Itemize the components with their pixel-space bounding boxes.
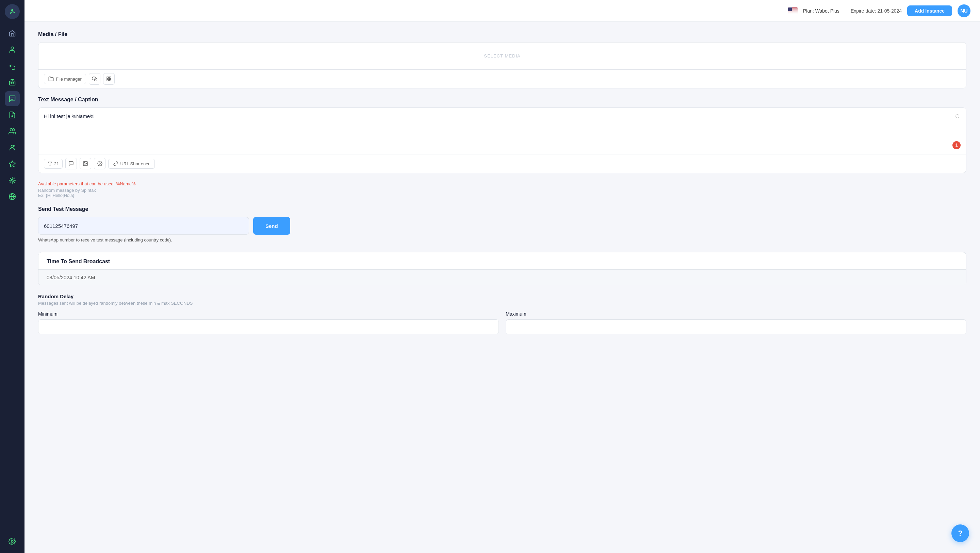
select-media-label: SELECT MEDIA (484, 53, 520, 59)
svg-rect-20 (788, 12, 798, 13)
char-count-button[interactable]: 21 (44, 159, 63, 169)
svg-marker-10 (9, 161, 15, 167)
svg-point-4 (11, 82, 12, 83)
svg-rect-24 (107, 77, 108, 79)
image-button[interactable] (80, 158, 91, 169)
send-test-section: Send Test Message Send WhatsApp number t… (38, 206, 966, 243)
delay-max-label: Maximum (506, 311, 966, 317)
media-toolbar: File manager (38, 70, 966, 88)
url-shortener-button[interactable]: URL Shortener (108, 159, 154, 169)
send-hint: WhatsApp number to receive test message … (38, 237, 966, 243)
delay-max-input[interactable] (506, 319, 966, 334)
svg-rect-27 (109, 79, 111, 81)
upload-button[interactable] (89, 73, 100, 85)
params-hint-red: Available parameters that can be used: %… (38, 181, 966, 186)
random-delay-hint: Messages sent will be delayed randomly b… (38, 300, 966, 306)
random-delay-section: Random Delay Messages sent will be delay… (38, 294, 966, 334)
svg-rect-3 (10, 81, 15, 85)
mention-button[interactable] (65, 158, 77, 169)
avatar[interactable]: NU (958, 5, 970, 17)
select-media-area[interactable]: SELECT MEDIA (38, 43, 966, 70)
app-logo[interactable] (5, 4, 20, 19)
svg-point-2 (11, 47, 13, 49)
sidebar-item-network[interactable] (5, 189, 20, 204)
random-delay-label: Random Delay (38, 294, 966, 299)
sidebar-item-team[interactable] (5, 124, 20, 139)
image-icon (83, 161, 88, 166)
text-message-textarea[interactable]: Hi ini test je %Name% (44, 113, 961, 147)
expire-label: Expire date: 21-05-2024 (851, 8, 902, 14)
text-message-box: Hi ini test je %Name% ☺ 1 21 (38, 108, 966, 173)
grid-view-button[interactable] (103, 73, 115, 85)
sidebar-item-export[interactable] (5, 108, 20, 122)
flag-icon (788, 8, 798, 14)
sidebar-item-plugin[interactable] (5, 156, 20, 172)
svg-rect-21 (788, 13, 798, 14)
sidebar-item-broadcast[interactable] (5, 91, 20, 106)
sidebar-item-users[interactable] (5, 140, 20, 155)
svg-point-1 (11, 9, 13, 11)
settings-button[interactable] (94, 158, 105, 169)
mention-icon (68, 161, 74, 166)
topbar: Plan: Wabot Plus Expire date: 21-05-2024… (24, 0, 980, 22)
svg-point-5 (13, 82, 14, 83)
svg-point-9 (13, 145, 15, 147)
sidebar-item-contacts[interactable] (5, 42, 20, 57)
file-manager-button[interactable]: File manager (44, 74, 86, 84)
sidebar-item-settings[interactable] (5, 534, 20, 549)
file-manager-label: File manager (56, 76, 82, 82)
delay-min-col: Minimum (38, 311, 499, 334)
emoji-button[interactable]: ☺ (955, 113, 961, 120)
broadcast-time-value: 08/05/2024 10:42 AM (38, 269, 966, 285)
upload-icon (92, 76, 97, 82)
sidebar (0, 0, 24, 553)
main-content: Media / File SELECT MEDIA File manager (24, 22, 980, 553)
help-button[interactable]: ? (951, 524, 969, 542)
app-shell: Plan: Wabot Plus Expire date: 21-05-2024… (24, 0, 980, 553)
text-message-toolbar: 21 (38, 154, 966, 173)
svg-point-31 (84, 162, 85, 163)
sidebar-item-integration[interactable] (5, 173, 20, 188)
delay-min-input[interactable] (38, 319, 499, 334)
svg-point-14 (11, 540, 13, 542)
svg-rect-26 (107, 79, 108, 81)
svg-point-32 (99, 163, 100, 164)
sidebar-item-home[interactable] (5, 26, 20, 41)
phone-input[interactable] (38, 217, 249, 235)
plan-label: Plan: Wabot Plus (803, 8, 840, 14)
svg-rect-25 (109, 77, 111, 79)
send-test-title: Send Test Message (38, 206, 966, 212)
send-button[interactable]: Send (253, 217, 290, 235)
params-hint: Available parameters that can be used: %… (38, 181, 966, 198)
sidebar-item-bot[interactable] (5, 75, 20, 90)
delay-min-label: Minimum (38, 311, 499, 317)
delay-row: Minimum Maximum (38, 311, 966, 334)
media-section-title: Media / File (38, 31, 966, 37)
char-count-label: 21 (54, 161, 59, 166)
gear-icon (97, 161, 102, 166)
text-message-area-wrap: Hi ini test je %Name% ☺ 1 (38, 108, 966, 154)
broadcast-card: Time To Send Broadcast 08/05/2024 10:42 … (38, 252, 966, 285)
media-box: SELECT MEDIA File manager (38, 42, 966, 88)
folder-icon (48, 76, 54, 82)
svg-point-7 (10, 129, 13, 131)
text-icon (48, 161, 52, 166)
send-test-row: Send (38, 217, 966, 235)
grid-icon (106, 76, 111, 82)
link-icon (113, 161, 118, 166)
params-hint-example: Ex: {Hi|Hello|Hola} (38, 193, 966, 198)
svg-rect-22 (788, 8, 792, 11)
topbar-divider (845, 7, 845, 15)
text-message-section-title: Text Message / Caption (38, 97, 966, 103)
params-hint-spintax: Random message by Spintax (38, 188, 966, 193)
svg-point-11 (11, 179, 13, 181)
url-shortener-label: URL Shortener (120, 161, 150, 166)
char-count-badge: 1 (953, 141, 961, 149)
broadcast-card-header: Time To Send Broadcast (38, 253, 966, 269)
add-instance-button[interactable]: Add Instance (907, 5, 952, 16)
svg-rect-19 (788, 11, 798, 11)
sidebar-item-replies[interactable] (5, 59, 20, 73)
delay-max-col: Maximum (506, 311, 966, 334)
